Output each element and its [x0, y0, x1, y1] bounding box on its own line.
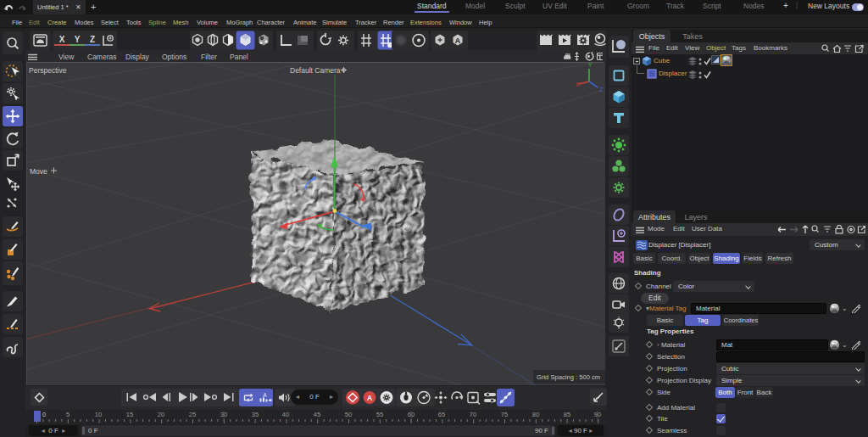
- svg-text:X: X: [576, 81, 580, 87]
- svg-text:A: A: [455, 36, 461, 45]
- svg-text:90: 90: [594, 411, 601, 418]
- svg-text:20: 20: [158, 411, 164, 418]
- svg-text:Perspective: Perspective: [29, 66, 67, 75]
- svg-text:Z: Z: [599, 87, 604, 92]
- svg-text:25: 25: [189, 411, 196, 418]
- svg-text:80: 80: [532, 411, 539, 418]
- svg-text:75: 75: [501, 411, 508, 418]
- svg-text:5: 5: [66, 411, 70, 418]
- svg-text:70: 70: [470, 411, 476, 418]
- svg-text:Move: Move: [30, 167, 47, 176]
- svg-text:40: 40: [282, 411, 289, 418]
- svg-text:60: 60: [408, 411, 415, 418]
- svg-text:0: 0: [42, 411, 46, 418]
- svg-text:35: 35: [252, 411, 259, 418]
- svg-text:Y: Y: [588, 63, 593, 68]
- svg-text:85: 85: [564, 411, 570, 418]
- svg-text:Grid Spacing : 500 cm: Grid Spacing : 500 cm: [537, 373, 600, 381]
- svg-text:15: 15: [126, 411, 133, 418]
- svg-text:30: 30: [220, 411, 227, 418]
- svg-text:50: 50: [345, 411, 352, 418]
- svg-text:65: 65: [438, 411, 445, 418]
- svg-text:45: 45: [314, 411, 320, 418]
- svg-text:10: 10: [95, 411, 102, 418]
- svg-text:Default Camera: Default Camera: [290, 66, 341, 75]
- svg-text:55: 55: [376, 411, 383, 418]
